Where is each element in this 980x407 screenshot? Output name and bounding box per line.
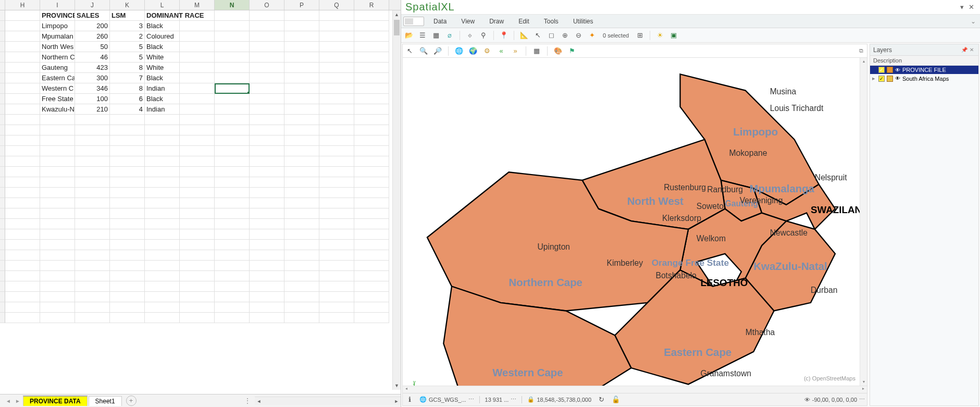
cell-M-12[interactable]: [180, 125, 215, 135]
cell-J-21[interactable]: [75, 219, 110, 229]
open-folder-icon[interactable]: 📂: [404, 31, 414, 40]
cell-M-21[interactable]: [180, 219, 215, 229]
cell-R-20[interactable]: [354, 208, 389, 219]
cell-J-5[interactable]: 46: [75, 52, 110, 63]
cell-R-11[interactable]: [354, 115, 389, 125]
cell-R-14[interactable]: [354, 146, 389, 156]
cell-H-30[interactable]: [5, 313, 40, 323]
cell-P-25[interactable]: [284, 261, 319, 271]
cell-O-18[interactable]: [250, 188, 284, 198]
layer-item-0[interactable]: ✓👁PROVINCE FILE: [870, 66, 978, 74]
cell-J-26[interactable]: [75, 271, 110, 281]
cell-R-10[interactable]: [354, 104, 389, 115]
cell-J-2[interactable]: 200: [75, 21, 110, 31]
cell-L-12[interactable]: [145, 125, 180, 135]
cell-R-12[interactable]: [354, 125, 389, 135]
cell-M-28[interactable]: [180, 292, 215, 302]
cell-J-4[interactable]: 50: [75, 42, 110, 52]
cell-R-19[interactable]: [354, 198, 389, 208]
cell-L-9[interactable]: Black: [145, 94, 180, 104]
lock-icon[interactable]: 🔓: [611, 395, 621, 404]
cell-K-27[interactable]: [110, 281, 145, 292]
cell-H-4[interactable]: [5, 42, 40, 52]
cell-N-21[interactable]: [215, 219, 250, 229]
cell-K-29[interactable]: [110, 302, 145, 313]
cell-K-6[interactable]: 8: [110, 63, 145, 73]
globe-layer-icon[interactable]: 🌍: [468, 46, 478, 56]
layer-checkbox-icon[interactable]: ✓: [878, 67, 885, 73]
cell-P-28[interactable]: [284, 292, 319, 302]
ruler-icon[interactable]: 📐: [519, 31, 529, 40]
cell-K-7[interactable]: 7: [110, 73, 145, 83]
info-icon[interactable]: ℹ: [405, 395, 414, 404]
cell-Q-27[interactable]: [319, 281, 354, 292]
col-header-H[interactable]: H: [5, 0, 40, 10]
cell-L-4[interactable]: Black: [145, 42, 180, 52]
cell-K-3[interactable]: 2: [110, 31, 145, 42]
cell-K-28[interactable]: [110, 292, 145, 302]
cell-M-16[interactable]: [180, 167, 215, 177]
cell-N-8[interactable]: [215, 83, 250, 94]
gear-icon[interactable]: ⚙: [482, 46, 492, 56]
status-crs[interactable]: 🌐 GCS_WGS_... ⋯: [419, 396, 474, 403]
cell-J-18[interactable]: [75, 188, 110, 198]
select-add-icon[interactable]: ⊕: [560, 31, 569, 40]
cell-K-11[interactable]: [110, 115, 145, 125]
cell-R-26[interactable]: [354, 271, 389, 281]
cell-J-6[interactable]: 423: [75, 63, 110, 73]
cell-H-24[interactable]: [5, 250, 40, 261]
cell-Q-6[interactable]: [319, 63, 354, 73]
cell-L-24[interactable]: [145, 250, 180, 261]
cell-H-29[interactable]: [5, 302, 40, 313]
col-header-K[interactable]: K: [110, 0, 145, 10]
cell-M-14[interactable]: [180, 146, 215, 156]
cell-O-29[interactable]: [250, 302, 284, 313]
col-header-N[interactable]: N: [215, 0, 250, 10]
cell-P-26[interactable]: [284, 271, 319, 281]
cell-Q-1[interactable]: [319, 10, 354, 21]
palette-icon[interactable]: 🎨: [553, 46, 563, 56]
cell-N-20[interactable]: [215, 208, 250, 219]
lasso-icon[interactable]: ⌀: [445, 31, 454, 40]
cell-I-6[interactable]: Gauteng: [40, 63, 75, 73]
cell-J-12[interactable]: [75, 125, 110, 135]
cell-O-12[interactable]: [250, 125, 284, 135]
cell-H-14[interactable]: [5, 146, 40, 156]
cell-J-25[interactable]: [75, 261, 110, 271]
cell-J-7[interactable]: 300: [75, 73, 110, 83]
cell-P-1[interactable]: [284, 10, 319, 21]
cell-H-5[interactable]: [5, 52, 40, 63]
cell-N-9[interactable]: [215, 94, 250, 104]
cell-M-25[interactable]: [180, 261, 215, 271]
cell-M-23[interactable]: [180, 240, 215, 250]
cell-R-25[interactable]: [354, 261, 389, 271]
cell-Q-11[interactable]: [319, 115, 354, 125]
cell-H-16[interactable]: [5, 167, 40, 177]
cell-L-6[interactable]: White: [145, 63, 180, 73]
cell-I-30[interactable]: [40, 313, 75, 323]
cell-K-23[interactable]: [110, 240, 145, 250]
cell-K-17[interactable]: [110, 177, 145, 188]
cell-H-22[interactable]: [5, 229, 40, 240]
cell-H-1[interactable]: [5, 10, 40, 21]
cell-O-17[interactable]: [250, 177, 284, 188]
cell-P-5[interactable]: [284, 52, 319, 63]
cell-Q-21[interactable]: [319, 219, 354, 229]
cell-O-27[interactable]: [250, 281, 284, 292]
layers-icon[interactable]: ☰: [418, 31, 427, 40]
status-scale[interactable]: 13 931 ... ⋯: [485, 396, 517, 403]
cell-H-19[interactable]: [5, 198, 40, 208]
cell-R-2[interactable]: [354, 21, 389, 31]
cell-K-21[interactable]: [110, 219, 145, 229]
cell-I-5[interactable]: Northern C: [40, 52, 75, 63]
cell-K-14[interactable]: [110, 146, 145, 156]
cell-K-22[interactable]: [110, 229, 145, 240]
cell-N-16[interactable]: [215, 167, 250, 177]
cell-O-26[interactable]: [250, 271, 284, 281]
cell-K-16[interactable]: [110, 167, 145, 177]
cell-Q-28[interactable]: [319, 292, 354, 302]
cell-P-27[interactable]: [284, 281, 319, 292]
dropdown-button[interactable]: ▾: [957, 3, 966, 11]
cell-P-22[interactable]: [284, 229, 319, 240]
cell-I-12[interactable]: [40, 125, 75, 135]
